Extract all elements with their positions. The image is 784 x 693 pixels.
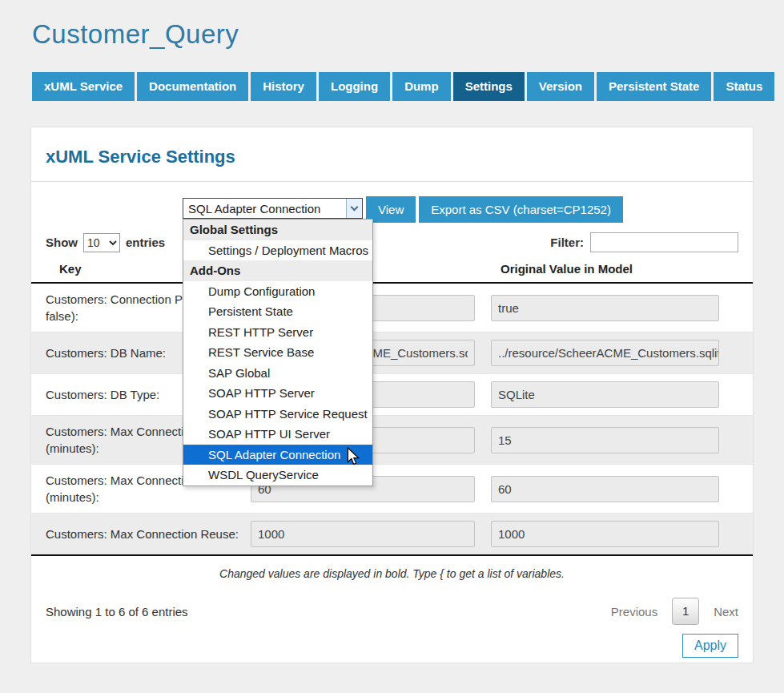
- tab-bar: xUML Service Documentation History Loggi…: [32, 72, 754, 101]
- previous-page-button[interactable]: Previous: [611, 605, 657, 618]
- settings-toolbar: SQL Adapter Connection Global Settings S…: [183, 196, 753, 223]
- column-header-original: Original Value in Model: [491, 262, 719, 276]
- panel-heading: xUML Service Settings: [46, 147, 738, 167]
- mouse-cursor-icon: [347, 447, 360, 466]
- tab-xuml-service[interactable]: xUML Service: [32, 72, 135, 101]
- page-length-select[interactable]: 10: [83, 233, 120, 252]
- settings-panel: xUML Service Settings SQL Adapter Connec…: [30, 127, 754, 663]
- dropdown-option-dump-configuration[interactable]: Dump Configuration: [183, 281, 372, 302]
- select-arrow-button[interactable]: [346, 199, 362, 218]
- setting-original-value: 1000: [491, 521, 719, 547]
- settings-table: Key Original Value in Model Customers: C…: [31, 262, 753, 556]
- page: Customer_Query xUML Service Documentatio…: [0, 0, 784, 693]
- setting-key: Customers: DB Name:: [46, 346, 166, 360]
- pagination: Previous 1 Next: [611, 598, 738, 625]
- tab-history[interactable]: History: [251, 72, 316, 101]
- dropdown-option-wsdl-queryservice[interactable]: WSDL QueryService: [183, 465, 372, 486]
- dropdown-option-rest-http-server[interactable]: REST HTTP Server: [183, 322, 372, 343]
- apply-button[interactable]: Apply: [682, 634, 738, 658]
- next-page-button[interactable]: Next: [714, 605, 738, 618]
- tab-persistent-state[interactable]: Persistent State: [597, 72, 711, 101]
- tab-settings[interactable]: Settings: [453, 72, 525, 101]
- filter-control: Filter:: [550, 232, 738, 252]
- setting-original-value: ../resource/ScheerACME_Customers.sqlit: [491, 340, 719, 366]
- setting-value-input[interactable]: [251, 521, 475, 547]
- table-body: Customers: Connection Pooling (true/ fal…: [31, 284, 753, 556]
- settings-category-select[interactable]: SQL Adapter Connection: [183, 198, 363, 219]
- bold-values-note: Changed values are displayed in bold. Ty…: [31, 567, 753, 580]
- table-row: Customers: Max Connection Idle Time (min…: [31, 464, 753, 513]
- export-csv-button[interactable]: Export as CSV (charset=CP1252): [419, 196, 623, 223]
- table-row: Customers: Max Connection Age (minutes):…: [31, 415, 753, 464]
- show-label: Show: [46, 236, 78, 249]
- page-length-control: Show 10 entries: [46, 233, 165, 252]
- setting-original-value: 60: [491, 476, 719, 502]
- dropdown-option-sql-adapter-connection[interactable]: SQL Adapter Connection: [183, 445, 372, 465]
- table-header-row: Key Original Value in Model: [31, 262, 753, 284]
- tab-documentation[interactable]: Documentation: [137, 72, 248, 101]
- table-footer: Showing 1 to 6 of 6 entries Previous 1 N…: [46, 598, 738, 625]
- page-title: Customer_Query: [32, 19, 239, 50]
- dropdown-group-add-ons: Add-Ons: [183, 260, 372, 281]
- dropdown-group-global-settings: Global Settings: [183, 220, 372, 240]
- view-button[interactable]: View: [366, 196, 416, 223]
- table-controls: Show 10 entries Filter:: [46, 232, 738, 252]
- dropdown-option-soap-http-server[interactable]: SOAP HTTP Server: [183, 383, 372, 404]
- dropdown-option-persistent-state[interactable]: Persistent State: [183, 301, 372, 322]
- filter-input[interactable]: [590, 232, 738, 252]
- tab-dump[interactable]: Dump: [392, 72, 451, 101]
- tab-status[interactable]: Status: [714, 72, 774, 101]
- tab-logging[interactable]: Logging: [319, 72, 390, 101]
- table-row: Customers: Connection Pooling (true/ fal…: [31, 284, 753, 332]
- tab-version[interactable]: Version: [527, 72, 594, 101]
- setting-original-value: 15: [491, 427, 719, 453]
- dropdown-option-soap-http-ui-server[interactable]: SOAP HTTP UI Server: [183, 424, 372, 445]
- entries-summary: Showing 1 to 6 of 6 entries: [46, 605, 188, 618]
- setting-key: Customers: Max Connection Reuse:: [46, 527, 239, 541]
- heading-divider: [31, 181, 753, 182]
- filter-label: Filter:: [550, 236, 584, 249]
- page-number-button[interactable]: 1: [672, 598, 699, 625]
- setting-original-value: SQLite: [491, 381, 719, 408]
- chevron-down-icon: [351, 203, 359, 211]
- apply-row: Apply: [46, 634, 738, 658]
- dropdown-option-settings-deployment-macros[interactable]: Settings / Deployment Macros: [183, 240, 372, 261]
- entries-label: entries: [126, 236, 165, 249]
- settings-category-select-value: SQL Adapter Connection: [183, 202, 346, 216]
- dropdown-option-soap-http-service-request[interactable]: SOAP HTTP Service Request: [183, 404, 372, 425]
- dropdown-option-sap-global[interactable]: SAP Global: [183, 363, 372, 384]
- category-select-wrap: SQL Adapter Connection Global Settings S…: [183, 198, 363, 219]
- setting-original-value: true: [491, 295, 719, 321]
- category-dropdown-list: Global Settings Settings / Deployment Ma…: [183, 219, 373, 486]
- table-row: Customers: DB Type: SQLite: [31, 373, 753, 415]
- table-row: Customers: DB Name: ../resource/ScheerAC…: [31, 332, 753, 373]
- setting-key: Customers: DB Type:: [46, 388, 159, 401]
- dropdown-option-rest-service-base[interactable]: REST Service Base: [183, 342, 372, 363]
- table-row: Customers: Max Connection Reuse: 1000: [31, 513, 753, 554]
